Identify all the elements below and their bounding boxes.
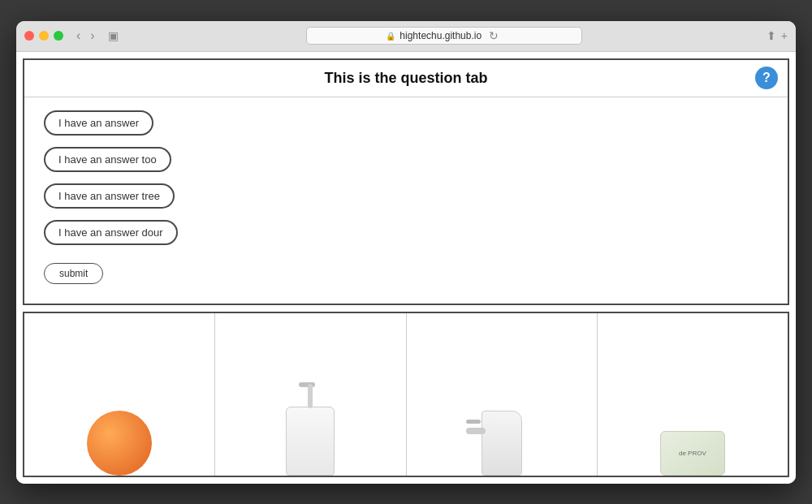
answer-button-3[interactable]: I have an answer tree bbox=[44, 183, 175, 209]
address-bar[interactable]: 🔒 hightechu.github.io ↻ bbox=[306, 27, 582, 45]
question-header: This is the question tab ? bbox=[24, 60, 788, 97]
product-cell-3 bbox=[407, 313, 598, 476]
products-section: de PROV bbox=[23, 312, 789, 477]
answer-label-4: I have an answer dour bbox=[58, 226, 163, 239]
question-title: This is the question tab bbox=[324, 70, 487, 87]
product-visual-3 bbox=[469, 411, 534, 476]
answer-button-1[interactable]: I have an answer bbox=[44, 110, 153, 136]
back-button[interactable]: ‹ bbox=[73, 28, 84, 44]
product-image-2 bbox=[286, 407, 335, 476]
submit-button[interactable]: submit bbox=[44, 263, 103, 284]
help-button[interactable]: ? bbox=[755, 67, 778, 89]
minimize-traffic-light[interactable] bbox=[39, 31, 49, 41]
product-cell-1 bbox=[24, 313, 215, 476]
toolbar-right: ⬆ + bbox=[767, 29, 788, 42]
product-image-1 bbox=[87, 411, 152, 476]
nav-buttons: ‹ › bbox=[73, 28, 98, 44]
question-body: I have an answer I have an answer too I … bbox=[24, 97, 788, 304]
soap-label: de PROV bbox=[679, 450, 706, 457]
product-visual-2 bbox=[278, 407, 343, 476]
answer-label-3: I have an answer tree bbox=[58, 190, 160, 202]
product-image-3 bbox=[482, 411, 522, 476]
product-image-4: de PROV bbox=[660, 431, 725, 476]
share-button[interactable]: ⬆ bbox=[767, 29, 776, 42]
add-tab-button[interactable]: + bbox=[781, 29, 788, 42]
reload-button[interactable]: ↻ bbox=[486, 28, 502, 44]
question-section: This is the question tab ? I have an ans… bbox=[23, 58, 789, 305]
address-bar-wrapper: 🔒 hightechu.github.io ↻ bbox=[128, 27, 760, 45]
close-traffic-light[interactable] bbox=[24, 31, 34, 41]
browser-window: ‹ › ▣ 🔒 hightechu.github.io ↻ ⬆ + This i… bbox=[16, 21, 796, 484]
product-cell-4: de PROV bbox=[598, 313, 788, 476]
sidebar-button[interactable]: ▣ bbox=[105, 28, 122, 44]
browser-titlebar: ‹ › ▣ 🔒 hightechu.github.io ↻ ⬆ + bbox=[16, 21, 796, 52]
product-visual-1 bbox=[87, 411, 152, 476]
answer-label-2: I have an answer too bbox=[58, 153, 157, 166]
answer-button-2[interactable]: I have an answer too bbox=[44, 147, 171, 172]
answer-label-1: I have an answer bbox=[58, 117, 139, 129]
browser-content: This is the question tab ? I have an ans… bbox=[16, 52, 796, 484]
fullscreen-traffic-light[interactable] bbox=[54, 31, 63, 41]
lock-icon: 🔒 bbox=[386, 32, 395, 41]
answer-button-4[interactable]: I have an answer dour bbox=[44, 220, 178, 245]
product-visual-4: de PROV bbox=[660, 431, 725, 476]
product-cell-2 bbox=[215, 313, 406, 476]
url-text: hightechu.github.io bbox=[400, 30, 482, 41]
forward-button[interactable]: › bbox=[87, 28, 97, 44]
traffic-lights bbox=[24, 31, 63, 41]
